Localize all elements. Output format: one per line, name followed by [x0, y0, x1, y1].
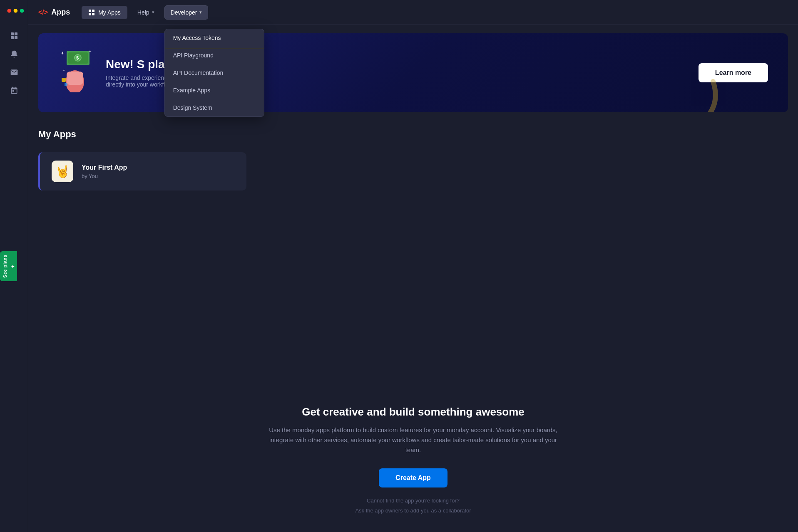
banner-arc-decoration: [680, 73, 721, 112]
cta-hint-line1: Cannot find the app you're looking for?: [38, 496, 788, 505]
promo-banner: $ ✦ ✦ ✦ New! S plans Integrate and exper…: [38, 33, 788, 112]
svg-rect-17: [62, 78, 66, 82]
svg-rect-16: [67, 72, 83, 85]
app-logo-text: Apps: [51, 8, 70, 17]
sidebar-icon-bell[interactable]: [7, 47, 22, 62]
cta-description: Use the monday apps platform to build cu…: [268, 425, 559, 455]
cta-section: Get creative and build something awesome…: [28, 381, 798, 532]
access-tokens-label: My Access Tokens: [173, 35, 221, 41]
developer-dropdown-menu: My Access Tokens API Playground API Docu…: [164, 29, 264, 117]
my-apps-label: My Apps: [98, 9, 121, 16]
page-content: My Apps 🤘 Your First App by You: [28, 121, 798, 381]
dropdown-item-access-tokens[interactable]: My Access Tokens: [165, 29, 264, 47]
app-author: by You: [82, 173, 127, 179]
svg-text:$: $: [76, 55, 79, 60]
see-plans-icon: ✦: [9, 263, 15, 269]
api-playground-label: API Playground: [173, 52, 214, 59]
svg-rect-2: [11, 36, 14, 39]
dropdown-item-example-apps[interactable]: Example Apps: [165, 82, 264, 99]
see-plans-label: See plans: [2, 255, 7, 278]
create-app-label: Create App: [395, 474, 431, 481]
svg-rect-18: [65, 83, 67, 86]
grid-small-icon: [88, 9, 95, 16]
my-apps-section-title: My Apps: [38, 129, 788, 140]
svg-rect-4: [89, 10, 91, 12]
dropdown-item-design-system[interactable]: Design System: [165, 99, 264, 116]
banner-emoji: $ ✦ ✦ ✦: [58, 47, 96, 99]
app-name: Your First App: [82, 164, 127, 171]
dropdown-item-api-docs[interactable]: API Documentation: [165, 64, 264, 82]
dropdown-item-api-playground[interactable]: API Playground: [165, 47, 264, 64]
example-apps-label: Example Apps: [173, 87, 211, 94]
svg-text:✦: ✦: [88, 49, 92, 54]
svg-rect-5: [92, 10, 94, 12]
top-navigation: </> Apps My Apps Help ▾ Developer ▾: [28, 0, 798, 25]
developer-chevron-icon: ▾: [199, 10, 202, 15]
developer-label: Developer: [171, 9, 197, 16]
cta-hint: Cannot find the app you're looking for? …: [38, 496, 788, 515]
cta-heading: Get creative and build something awesome: [38, 406, 788, 418]
app-icon-box: 🤘: [52, 161, 73, 182]
svg-rect-0: [11, 32, 14, 35]
app-emoji-icon: 🤘: [55, 165, 70, 178]
svg-text:✦: ✦: [60, 50, 65, 56]
svg-rect-6: [89, 13, 91, 15]
help-chevron-icon: ▾: [152, 10, 154, 15]
my-apps-button[interactable]: My Apps: [82, 6, 127, 19]
app-list: 🤘 Your First App by You: [38, 152, 788, 191]
sidebar-icon-calendar[interactable]: [7, 83, 22, 98]
sidebar-icon-inbox[interactable]: [7, 65, 22, 80]
see-plans-wrapper: ✦ See plans: [0, 251, 17, 281]
app-card-first[interactable]: 🤘 Your First App by You: [38, 152, 246, 191]
api-docs-label: API Documentation: [173, 69, 224, 76]
developer-button[interactable]: Developer ▾: [164, 5, 209, 20]
app-info: Your First App by You: [82, 164, 127, 179]
banner-illustration: $ ✦ ✦ ✦: [58, 47, 96, 92]
svg-text:✦: ✦: [62, 69, 65, 72]
svg-rect-7: [92, 13, 94, 15]
monday-logo[interactable]: ●●●: [7, 5, 22, 20]
cta-hint-line2: Ask the app owners to add you as a colla…: [38, 506, 788, 515]
help-button[interactable]: Help ▾: [132, 6, 159, 19]
svg-rect-1: [15, 32, 17, 35]
design-system-label: Design System: [173, 104, 212, 111]
app-logo: </> Apps: [38, 8, 70, 17]
banner-left: $ ✦ ✦ ✦ New! S plans Integrate and exper…: [58, 47, 699, 99]
help-label: Help: [137, 9, 149, 16]
developer-dropdown-wrapper: Developer ▾ My Access Tokens API Playgro…: [164, 5, 209, 20]
svg-rect-3: [15, 36, 17, 39]
code-brackets-icon: </>: [38, 9, 48, 16]
create-app-button[interactable]: Create App: [379, 468, 447, 487]
sidebar-icon-grid[interactable]: [7, 28, 22, 43]
see-plans-button[interactable]: ✦ See plans: [0, 251, 17, 281]
main-content: </> Apps My Apps Help ▾ Developer ▾: [28, 0, 798, 532]
